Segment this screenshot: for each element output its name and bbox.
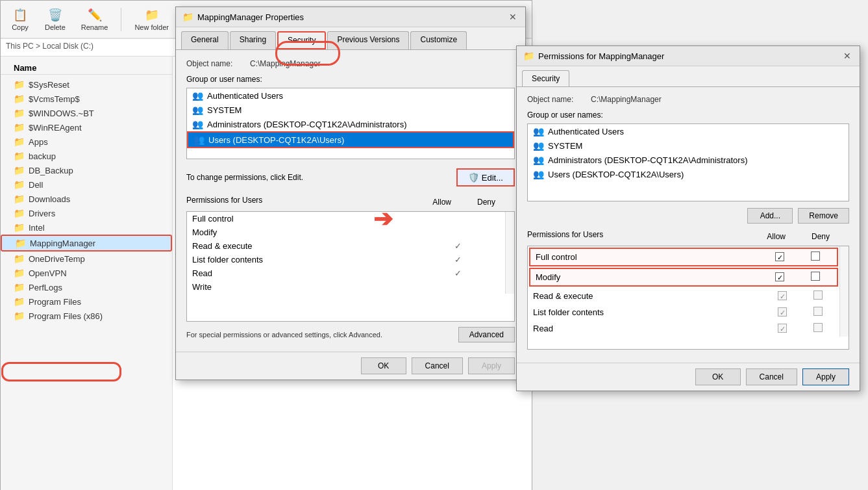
tab-previous-versions[interactable]: Previous Versions	[327, 31, 409, 49]
tab-security[interactable]: Security	[277, 31, 326, 49]
properties-tabs: General Sharing Security Previous Versio…	[176, 27, 525, 50]
nav-item-onedrivetemp[interactable]: 📁OneDriveTemp	[1, 251, 172, 266]
perms-permissions-label: Permissions for Users	[527, 230, 603, 239]
properties-apply-button[interactable]: Apply	[468, 357, 515, 374]
nav-item--sysreset[interactable]: 📁$SysReset	[1, 77, 172, 92]
perms-listfolder-deny-cb[interactable]	[813, 307, 823, 316]
delete-button[interactable]: 🗑️ Delete	[40, 5, 71, 34]
nav-item-intel[interactable]: 📁Intel	[1, 220, 172, 235]
rename-button[interactable]: ✏️ Rename	[76, 5, 114, 34]
folder-icon: 📁	[14, 222, 25, 233]
tab-customize[interactable]: Customize	[410, 31, 467, 49]
properties-close-button[interactable]: ✕	[507, 11, 519, 23]
folder-icon: 📁	[14, 79, 25, 90]
nav-item-mappingmanager[interactable]: 📁MappingManager	[1, 235, 172, 251]
perms-apply-button[interactable]: Apply	[802, 368, 849, 385]
folder-icon: 📁	[14, 282, 25, 292]
perms-user-authenticated[interactable]: 👥 Authenticated Users	[528, 124, 849, 138]
perms-perm-row-modify: Modify ✓	[529, 268, 838, 287]
nav-item-program-files--x86-[interactable]: 📁Program Files (x86)	[1, 309, 172, 323]
permissions-label: Permissions for Users	[186, 196, 262, 205]
folder-icon: 📁	[14, 268, 25, 278]
perms-perm-listfolder-name: List folder contents	[533, 307, 763, 317]
edit-button[interactable]: 🛡️ Edit...	[456, 168, 515, 187]
perms-fullcontrol-allow-cb[interactable]: ✓	[775, 252, 784, 261]
perms-perm-listfolder-allow: ✓	[763, 307, 802, 317]
nav-item-apps[interactable]: 📁Apps	[1, 135, 172, 149]
nav-item-openvpn[interactable]: 📁OpenVPN	[1, 266, 172, 280]
advanced-text: For special permissions or advanced sett…	[186, 331, 453, 339]
perms-scrollbar[interactable]	[839, 246, 849, 337]
nav-item-perflogs[interactable]: 📁PerfLogs	[1, 280, 172, 294]
user-item-administrators[interactable]: 👥 Administrators (DESKTOP-CQT1K2A\Admini…	[187, 117, 514, 131]
perms-readexec-allow-cb[interactable]: ✓	[778, 291, 787, 300]
nav-item--windows--bt[interactable]: 📁$WINDOWS.~BT	[1, 106, 172, 120]
user-item-users[interactable]: 👥 Users (DESKTOP-CQT1K2A\Users)	[187, 131, 514, 148]
perms-ok-button[interactable]: OK	[695, 368, 741, 385]
edit-btn-label: Edit...	[482, 173, 503, 183]
advanced-button[interactable]: Advanced	[458, 327, 515, 342]
properties-ok-button[interactable]: OK	[361, 357, 406, 374]
properties-dialog: 📁 MappingManager Properties ✕ General Sh…	[175, 6, 526, 380]
perms-user-icon-system: 👥	[533, 140, 544, 151]
perms-readexec-deny-cb[interactable]	[813, 290, 823, 300]
perms-allow-header: Allow	[767, 232, 786, 241]
user-item-system[interactable]: 👥 SYSTEM	[187, 103, 514, 117]
nav-item-dell[interactable]: 📁Dell	[1, 177, 172, 192]
nav-item-backup[interactable]: 📁backup	[1, 149, 172, 163]
perms-read-deny-cb[interactable]	[813, 323, 823, 332]
perms-user-system[interactable]: 👥 SYSTEM	[528, 138, 849, 153]
add-button[interactable]: Add...	[747, 208, 793, 224]
new-folder-label: New folder	[134, 23, 169, 31]
add-remove-row: Add... Remove	[527, 208, 849, 224]
nav-item-downloads[interactable]: 📁Downloads	[1, 192, 172, 206]
perms-cancel-button[interactable]: Cancel	[746, 368, 797, 385]
folder-icon: 📁	[14, 122, 25, 133]
remove-button[interactable]: Remove	[798, 208, 849, 224]
folder-icon: 📁	[14, 253, 25, 264]
perms-dialog: 📁 Permissions for MappingManager ✕ Secur…	[516, 45, 860, 391]
folder-icon: 📁	[14, 179, 25, 190]
copy-button[interactable]: 📋 Copy	[6, 5, 34, 34]
perms-user-users[interactable]: 👥 Users (DESKTOP-CQT1K2A\Users)	[528, 167, 849, 181]
nav-item-db-backup[interactable]: 📁DB_Backup	[1, 163, 172, 177]
tab-sharing[interactable]: Sharing	[230, 31, 276, 49]
user-icon-administrators: 👥	[192, 119, 203, 129]
properties-cancel-button[interactable]: Cancel	[412, 357, 463, 374]
nav-item--vcmstemp-[interactable]: 📁$VcmsTemp$	[1, 92, 172, 106]
perms-perm-row-listfolder: List folder contents ✓	[528, 304, 839, 320]
perm-read-allow: ✓	[441, 268, 474, 278]
perms-modify-allow-cb[interactable]: ✓	[775, 272, 784, 281]
tab-general[interactable]: General	[181, 31, 229, 49]
perm-row-fullcontrol: Full control	[187, 212, 505, 226]
advanced-row: For special permissions or advanced sett…	[186, 327, 515, 342]
delete-icon: 🗑️	[48, 8, 62, 22]
perms-user-administrators[interactable]: 👥 Administrators (DESKTOP-CQT1K2A\Admini…	[528, 153, 849, 167]
nav-item--winreagent[interactable]: 📁$WinREAgent	[1, 120, 172, 135]
perms-close-button[interactable]: ✕	[841, 50, 853, 62]
perms-user-name-authenticated: Authenticated Users	[548, 127, 624, 136]
perms-perm-modify-allow: ✓	[760, 272, 799, 282]
user-item-authenticated[interactable]: 👥 Authenticated Users	[187, 88, 514, 103]
new-folder-button[interactable]: 📁 New folder	[129, 5, 174, 34]
perms-modify-deny-cb[interactable]	[811, 272, 820, 281]
nav-item-program-files[interactable]: 📁Program Files	[1, 294, 172, 309]
perms-perm-modify-deny	[799, 272, 832, 283]
perms-fullcontrol-deny-cb[interactable]	[811, 251, 820, 261]
perms-user-name-users: Users (DESKTOP-CQT1K2A\Users)	[548, 170, 684, 179]
nav-item-drivers[interactable]: 📁Drivers	[1, 206, 172, 220]
perms-tab-security[interactable]: Security	[522, 70, 569, 86]
perms-folder-icon: 📁	[523, 51, 534, 61]
scrollbar[interactable]	[505, 212, 514, 294]
perms-listfolder-allow-cb[interactable]: ✓	[778, 307, 787, 316]
folder-icon: 📁	[14, 94, 25, 104]
user-icon-system: 👥	[192, 105, 203, 115]
explorer-nav: Name 📁$SysReset📁$VcmsTemp$📁$WINDOWS.~BT📁…	[1, 57, 173, 490]
perms-permissions-scroll: Full control ✓ Modify ✓	[527, 246, 849, 350]
perms-read-allow-cb[interactable]: ✓	[778, 324, 787, 333]
perm-read-name: Read	[192, 268, 441, 278]
perms-perm-row-readexec: Read & execute ✓	[528, 288, 839, 304]
user-list: 👥 Authenticated Users 👥 SYSTEM 👥 Adminis…	[186, 88, 515, 159]
perms-perm-read-allow: ✓	[763, 324, 802, 333]
perm-listfolder-allow: ✓	[441, 255, 474, 264]
